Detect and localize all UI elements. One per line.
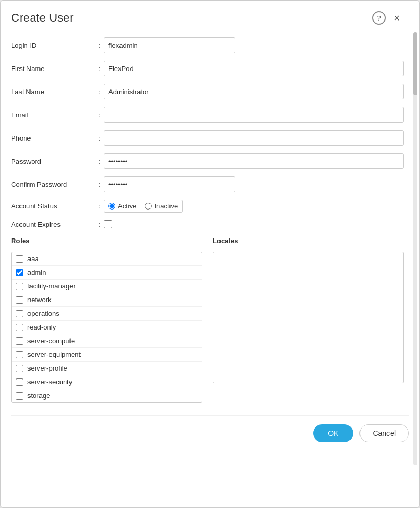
- scrollbar-track[interactable]: [413, 32, 417, 465]
- roles-list-item: network: [12, 293, 202, 307]
- header-buttons: ? ×: [372, 11, 404, 25]
- phone-row: Phone :: [11, 130, 404, 146]
- role-checkbox-admin[interactable]: [16, 269, 23, 276]
- password-row: Password :: [11, 153, 404, 169]
- role-checkbox-network[interactable]: [16, 296, 23, 304]
- password-colon: :: [95, 157, 104, 165]
- account-expires-label: Account Expires: [11, 221, 95, 228]
- login-id-colon: :: [95, 42, 104, 49]
- role-checkbox-aaa[interactable]: [16, 255, 23, 263]
- inactive-radio-option[interactable]: Inactive: [145, 202, 178, 210]
- confirm-password-colon: :: [95, 181, 104, 188]
- email-label: Email: [11, 111, 95, 119]
- first-name-colon: :: [95, 65, 104, 73]
- dialog-footer: OK Cancel: [11, 415, 409, 442]
- role-checkbox-server-compute[interactable]: [16, 337, 23, 345]
- active-label: Active: [118, 202, 136, 210]
- role-label-server-compute: server-compute: [27, 337, 75, 345]
- last-name-label: Last Name: [11, 88, 95, 96]
- roles-list-item: server-compute: [12, 334, 202, 348]
- role-label-aaa: aaa: [27, 255, 39, 263]
- inactive-label: Inactive: [154, 202, 178, 210]
- help-button[interactable]: ?: [372, 11, 386, 25]
- role-label-operations: operations: [27, 310, 59, 317]
- dialog-header: Create User ? ×: [11, 11, 409, 25]
- role-label-read-only: read-only: [27, 323, 56, 331]
- account-expires-checkbox[interactable]: [104, 220, 112, 228]
- role-checkbox-facility-manager[interactable]: [16, 283, 23, 290]
- roles-list-item: aaa: [12, 252, 202, 266]
- password-input[interactable]: [104, 153, 404, 169]
- last-name-row: Last Name :: [11, 84, 404, 99]
- confirm-password-input[interactable]: [104, 176, 235, 192]
- first-name-row: First Name :: [11, 61, 404, 76]
- locales-panel: Locales: [213, 237, 404, 403]
- account-status-label: Account Status: [11, 202, 95, 210]
- role-label-network: network: [27, 296, 52, 304]
- account-status-colon: :: [95, 202, 104, 210]
- login-id-row: Login ID :: [11, 37, 404, 53]
- phone-colon: :: [95, 134, 104, 142]
- first-name-label: First Name: [11, 65, 95, 73]
- email-input[interactable]: [104, 107, 404, 123]
- roles-list-item: facility-manager: [12, 280, 202, 293]
- password-label: Password: [11, 157, 95, 165]
- scrollbar-thumb[interactable]: [413, 32, 417, 95]
- roles-list-item: server-profile: [12, 362, 202, 375]
- roles-panel: Roles aaaadminfacility-managernetworkope…: [11, 237, 202, 403]
- role-checkbox-server-equipment[interactable]: [16, 351, 23, 358]
- role-checkbox-read-only[interactable]: [16, 324, 23, 331]
- phone-input[interactable]: [104, 130, 404, 146]
- roles-list: aaaadminfacility-managernetworkoperation…: [11, 252, 202, 403]
- roles-list-item: server-equipment: [12, 348, 202, 362]
- form-content: Login ID : First Name : Last Name : Emai…: [11, 37, 409, 403]
- confirm-password-row: Confirm Password :: [11, 176, 404, 192]
- account-expires-row: Account Expires :: [11, 220, 404, 228]
- roles-list-item: admin: [12, 266, 202, 280]
- close-button[interactable]: ×: [390, 11, 404, 25]
- locales-panel-title: Locales: [213, 237, 404, 247]
- phone-label: Phone: [11, 134, 95, 142]
- role-checkbox-server-profile[interactable]: [16, 365, 23, 372]
- role-label-server-security: server-security: [27, 378, 72, 386]
- ok-button[interactable]: OK: [313, 424, 353, 442]
- cancel-button[interactable]: Cancel: [359, 424, 409, 442]
- account-status-radio-group: Active Inactive: [104, 200, 183, 213]
- email-row: Email :: [11, 107, 404, 123]
- role-checkbox-operations[interactable]: [16, 310, 23, 317]
- active-radio-option[interactable]: Active: [108, 202, 136, 210]
- roles-panel-title: Roles: [11, 237, 202, 247]
- inactive-radio[interactable]: [145, 203, 152, 210]
- role-checkbox-server-security[interactable]: [16, 378, 23, 386]
- roles-list-item: server-security: [12, 375, 202, 389]
- last-name-colon: :: [95, 88, 104, 96]
- last-name-input[interactable]: [104, 84, 404, 99]
- role-label-storage: storage: [27, 392, 50, 400]
- roles-list-item: storage: [12, 389, 202, 402]
- create-user-dialog: Create User ? × Login ID : First Name : …: [0, 0, 420, 508]
- locales-list: [213, 252, 404, 383]
- two-panel: Roles aaaadminfacility-managernetworkope…: [11, 237, 404, 403]
- first-name-input[interactable]: [104, 61, 404, 76]
- role-label-facility-manager: facility-manager: [27, 282, 76, 290]
- active-radio[interactable]: [108, 203, 115, 210]
- dialog-title: Create User: [11, 11, 74, 25]
- email-colon: :: [95, 111, 104, 119]
- confirm-password-label: Confirm Password: [11, 181, 95, 188]
- role-label-server-equipment: server-equipment: [27, 351, 81, 358]
- role-label-server-profile: server-profile: [27, 364, 67, 372]
- roles-list-item: operations: [12, 307, 202, 321]
- role-checkbox-storage[interactable]: [16, 392, 23, 400]
- login-id-label: Login ID: [11, 42, 95, 49]
- account-expires-colon: :: [95, 221, 104, 228]
- login-id-input[interactable]: [104, 37, 235, 53]
- roles-list-item: read-only: [12, 321, 202, 334]
- account-status-row: Account Status : Active Inactive: [11, 200, 404, 213]
- role-label-admin: admin: [27, 268, 46, 276]
